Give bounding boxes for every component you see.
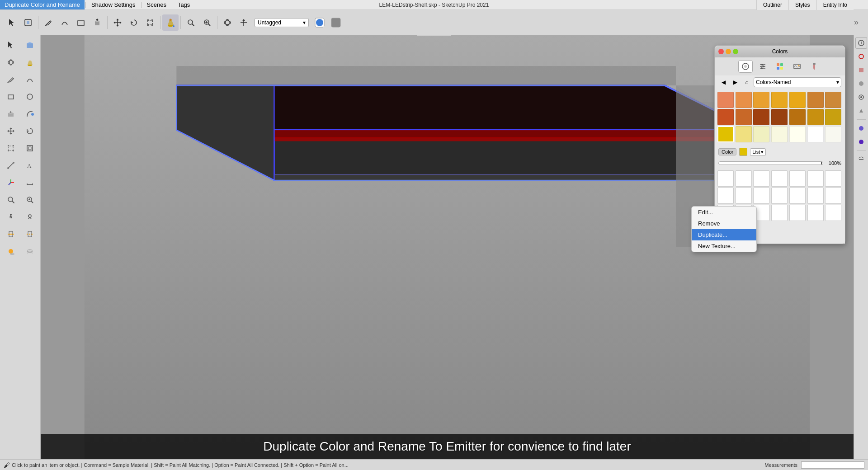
ctx-new-texture[interactable]: New Texture... — [692, 240, 756, 252]
swatch-6[interactable] — [807, 92, 824, 108]
colors-dropdown[interactable]: Colors-Named ▾ — [754, 77, 841, 87]
swatch-19[interactable] — [789, 126, 806, 142]
panel-outliner[interactable]: Outliner — [756, 0, 788, 10]
move-tool-btn[interactable] — [109, 14, 126, 31]
pencil-left-btn[interactable] — [2, 71, 20, 88]
nav-home-icon[interactable]: ⌂ — [742, 77, 752, 87]
nav-back-icon[interactable]: ◀ — [718, 77, 728, 87]
zoom-extent-btn[interactable] — [199, 14, 215, 31]
swatch-2[interactable] — [736, 92, 752, 108]
scale-tool-btn[interactable] — [142, 14, 158, 31]
menu-duplicate-color[interactable]: Duplicate Color and Rename — [0, 0, 85, 9]
orbit-left-btn[interactable] — [2, 54, 20, 70]
push-pull-left-btn[interactable] — [2, 106, 20, 122]
walk-left-btn[interactable] — [2, 209, 20, 225]
swatch-15[interactable] — [717, 126, 734, 142]
measurements-input[interactable] — [801, 461, 864, 469]
fog-left-btn[interactable] — [21, 243, 39, 259]
swatch-4[interactable] — [771, 92, 788, 108]
menu-tags[interactable]: Tags — [173, 0, 194, 9]
swatch-20[interactable] — [807, 126, 824, 142]
component-tool-btn[interactable] — [20, 14, 36, 31]
push-pull-btn[interactable] — [89, 14, 105, 31]
axes-left-btn[interactable] — [2, 174, 20, 191]
untagged-selector[interactable]: Untagged ▾ — [255, 18, 309, 27]
panel-maximize-btn[interactable] — [733, 49, 738, 54]
swatch-5[interactable] — [789, 92, 806, 108]
zoom-left-btn[interactable] — [2, 192, 20, 208]
big-swatch-12[interactable] — [789, 188, 806, 204]
select-tool-btn[interactable] — [4, 14, 20, 31]
shadow-left-btn[interactable] — [2, 243, 20, 259]
arc-tool-btn[interactable] — [57, 14, 73, 31]
nav-forward-icon[interactable]: ▶ — [730, 77, 740, 87]
color-tab-image[interactable] — [790, 60, 804, 73]
rect-left-btn[interactable] — [2, 89, 20, 105]
right-btn-8[interactable] — [855, 136, 867, 148]
list-dropdown[interactable]: List ▾ — [750, 148, 766, 156]
panel-minimize-btn[interactable] — [726, 49, 731, 54]
section2-left-btn[interactable] — [21, 226, 39, 242]
swatch-17[interactable] — [753, 126, 769, 142]
panel-styles[interactable]: Styles — [788, 0, 816, 10]
right-btn-6[interactable] — [855, 105, 867, 117]
right-btn-1[interactable] — [855, 37, 867, 49]
swatch-3[interactable] — [753, 92, 769, 108]
color-label-btn[interactable]: Color — [718, 148, 736, 155]
background-color-btn[interactable] — [328, 14, 344, 31]
swatch-18[interactable] — [771, 126, 788, 142]
swatch-1[interactable] — [717, 92, 734, 108]
lookaround-left-btn[interactable] — [21, 209, 39, 225]
big-swatch-6[interactable] — [807, 170, 824, 187]
big-swatch-14[interactable] — [825, 188, 841, 204]
big-swatch-10[interactable] — [753, 188, 769, 204]
swatch-9[interactable] — [736, 109, 752, 125]
menu-scenes[interactable]: Scenes — [142, 0, 171, 9]
rotate-left-btn[interactable] — [21, 123, 39, 139]
zoom2-left-btn[interactable] — [21, 192, 39, 208]
foreground-color-btn[interactable] — [311, 14, 328, 31]
big-swatch-21[interactable] — [825, 205, 841, 221]
component-left-btn[interactable] — [21, 37, 39, 53]
big-swatch-9[interactable] — [736, 188, 752, 204]
big-swatch-8[interactable] — [717, 188, 734, 204]
swatch-8[interactable] — [717, 109, 734, 125]
swatch-16[interactable] — [736, 126, 752, 142]
panel-close-btn[interactable] — [718, 49, 724, 54]
right-btn-2[interactable] — [855, 51, 867, 62]
right-btn-5[interactable] — [855, 91, 867, 103]
zoom-tool-btn[interactable] — [183, 14, 199, 31]
color-checkbox[interactable] — [739, 148, 747, 156]
orbit-btn[interactable] — [219, 14, 236, 31]
offset-left-btn[interactable] — [21, 140, 39, 156]
ctx-edit[interactable]: Edit... — [692, 207, 756, 218]
select-left-btn[interactable] — [2, 37, 20, 53]
swatch-12[interactable] — [789, 109, 806, 125]
big-swatch-7[interactable] — [825, 170, 841, 187]
right-btn-7[interactable] — [855, 122, 867, 134]
opacity-slider[interactable] — [718, 161, 823, 165]
text-left-btn[interactable]: A — [21, 157, 39, 174]
color-tab-wheel[interactable] — [738, 60, 753, 73]
swatch-21[interactable] — [825, 126, 841, 142]
move-left-btn[interactable] — [2, 123, 20, 139]
swatch-14[interactable] — [825, 109, 841, 125]
color-tab-sliders[interactable] — [755, 60, 770, 73]
big-swatch-13[interactable] — [807, 188, 824, 204]
ctx-remove[interactable]: Remove — [692, 218, 756, 229]
swatch-11[interactable] — [771, 109, 788, 125]
swatch-13[interactable] — [807, 109, 824, 125]
big-swatch-1[interactable] — [717, 170, 734, 187]
menu-shadow-settings[interactable]: Shadow Settings — [87, 0, 140, 9]
color-tab-pencil[interactable] — [807, 60, 821, 73]
right-btn-3[interactable] — [855, 64, 867, 76]
rotate-tool-btn[interactable] — [126, 14, 142, 31]
follow-me-left-btn[interactable] — [21, 106, 39, 122]
extend-toolbar-btn[interactable]: » — [848, 14, 864, 31]
big-swatch-4[interactable] — [771, 170, 788, 187]
pencil-tool-btn[interactable] — [40, 14, 57, 31]
ctx-duplicate[interactable]: Duplicate... — [692, 229, 756, 240]
big-swatch-20[interactable] — [807, 205, 824, 221]
big-swatch-3[interactable] — [753, 170, 769, 187]
swatch-10[interactable] — [753, 109, 769, 125]
